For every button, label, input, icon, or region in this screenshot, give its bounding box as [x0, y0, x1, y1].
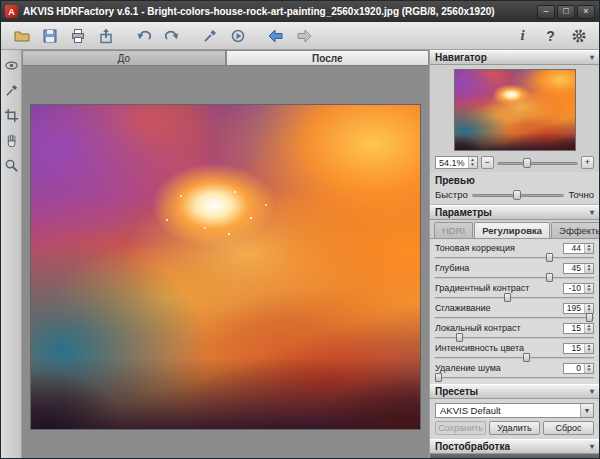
crop-tool[interactable]: [2, 106, 20, 124]
eyedropper-side-tool[interactable]: [2, 81, 20, 99]
navigator-header[interactable]: Навигатор ▾: [430, 50, 599, 65]
window-controls: – □ ×: [537, 5, 595, 19]
spinner-arrows-icon[interactable]: ▲▼: [584, 304, 593, 313]
zoom-in-button[interactable]: +: [581, 156, 594, 169]
spinner-arrows-icon[interactable]: ▲▼: [584, 344, 593, 353]
preset-reset-button[interactable]: Сброс: [543, 421, 594, 435]
param-value-input[interactable]: 0▲▼: [563, 363, 594, 374]
next-image-button[interactable]: [291, 24, 316, 47]
tab-hdri[interactable]: HDRI: [434, 222, 473, 238]
preview-quality-slider[interactable]: [472, 188, 565, 200]
minimize-button[interactable]: –: [537, 5, 555, 19]
param-label: Сглаживание: [435, 303, 491, 313]
param-value-input[interactable]: 195▲▼: [563, 303, 594, 314]
zoom-slider[interactable]: [497, 156, 578, 169]
slider-handle[interactable]: [546, 273, 553, 282]
open-folder-icon: [14, 28, 30, 44]
preset-save-button[interactable]: Сохранить: [435, 421, 486, 435]
slider-handle[interactable]: [435, 373, 442, 382]
param-slider[interactable]: [435, 255, 594, 261]
previous-image-button[interactable]: [263, 24, 288, 47]
spinner-arrows-icon[interactable]: ▲▼: [584, 244, 593, 253]
parameters-header[interactable]: Параметры ▾: [430, 205, 599, 220]
open-image-button[interactable]: [9, 24, 34, 47]
preview-accurate-label: Точно: [568, 189, 594, 200]
presets-header[interactable]: Пресеты ▾: [430, 384, 599, 399]
param-row-smoothing: Сглаживание 195▲▼: [435, 302, 594, 321]
navigator-thumbnail-wrap: [430, 65, 599, 155]
save-image-button[interactable]: [37, 24, 62, 47]
slider-handle[interactable]: [523, 353, 530, 362]
collapse-arrow-icon[interactable]: ▾: [590, 208, 594, 217]
settings-button[interactable]: [566, 24, 591, 47]
collapse-arrow-icon[interactable]: ▾: [590, 442, 594, 451]
share-button[interactable]: [93, 24, 118, 47]
param-slider[interactable]: [435, 335, 594, 341]
help-button[interactable]: ?: [538, 24, 563, 47]
collapse-arrow-icon[interactable]: ▾: [590, 387, 594, 396]
eyedropper-icon: [202, 28, 218, 44]
slider-handle[interactable]: [456, 333, 463, 342]
undo-button[interactable]: [131, 24, 156, 47]
preview-slider-handle[interactable]: [513, 190, 521, 200]
tab-before[interactable]: До: [22, 50, 226, 65]
preview-slider-row: Быстро Точно: [435, 188, 594, 200]
slider-handle[interactable]: [586, 313, 593, 322]
chevron-down-icon[interactable]: ▼: [580, 404, 593, 417]
navigator-title: Навигатор: [435, 52, 487, 63]
param-slider[interactable]: [435, 275, 594, 281]
param-row-depth: Глубина 45▲▼: [435, 262, 594, 281]
eye-icon: [4, 58, 19, 73]
tab-after[interactable]: После: [226, 50, 430, 65]
about-button[interactable]: i: [510, 24, 535, 47]
parameters-title: Параметры: [435, 207, 492, 218]
preset-delete-button[interactable]: Удалить: [489, 421, 540, 435]
canvas-area: До После: [22, 50, 429, 458]
spinner-arrows-icon[interactable]: ▲▼: [584, 284, 593, 293]
navigator-thumbnail[interactable]: [454, 69, 576, 151]
tab-effects[interactable]: Эффекты: [551, 222, 599, 238]
slider-handle[interactable]: [504, 293, 511, 302]
param-value-input[interactable]: 44▲▼: [563, 243, 594, 254]
spinner-arrows-icon[interactable]: ▲▼: [584, 364, 593, 373]
preview-window-tool[interactable]: [2, 56, 20, 74]
zoom-out-button[interactable]: −: [481, 156, 494, 169]
postprocessing-header[interactable]: Постобработка ▾: [430, 439, 599, 454]
spinner-arrows-icon[interactable]: ▲▼: [584, 264, 593, 273]
parameters-tabs: HDRI Регулировка Эффекты: [430, 220, 599, 238]
param-slider[interactable]: [435, 315, 594, 321]
eyedropper-tool-button[interactable]: [197, 24, 222, 47]
zoom-slider-handle[interactable]: [523, 158, 531, 168]
param-slider[interactable]: [435, 355, 594, 361]
preset-dropdown[interactable]: AKVIS Default ▼: [435, 403, 594, 418]
back-arrow-icon: [268, 28, 284, 44]
spinner-arrows-icon[interactable]: ▲▼: [468, 157, 477, 168]
toolbar: i ?: [1, 22, 599, 50]
process-button[interactable]: [225, 24, 250, 47]
toolbar-separator: [121, 22, 128, 49]
zoom-tool[interactable]: [2, 156, 20, 174]
parameters-body: Тоновая коррекция 44▲▼ Глубина 45▲▼ Град…: [430, 238, 599, 384]
param-value-input[interactable]: 45▲▼: [563, 263, 594, 274]
zoom-value-input[interactable]: 54.1% ▲▼: [435, 156, 478, 169]
tab-adjustment[interactable]: Регулировка: [474, 222, 550, 238]
image-workspace[interactable]: [22, 66, 429, 458]
param-label: Градиентный контраст: [435, 283, 530, 293]
param-value-input[interactable]: 15▲▼: [563, 343, 594, 354]
param-value-input[interactable]: 15▲▼: [563, 323, 594, 334]
print-button[interactable]: [65, 24, 90, 47]
spinner-arrows-icon[interactable]: ▲▼: [584, 324, 593, 333]
close-button[interactable]: ×: [577, 5, 595, 19]
param-value-input[interactable]: -10▲▼: [563, 283, 594, 294]
edited-image[interactable]: [30, 104, 421, 430]
param-slider[interactable]: [435, 375, 594, 381]
param-slider[interactable]: [435, 295, 594, 301]
maximize-button[interactable]: □: [557, 5, 575, 19]
slider-handle[interactable]: [546, 253, 553, 262]
collapse-arrow-icon[interactable]: ▾: [590, 53, 594, 62]
info-icon: i: [520, 27, 524, 44]
zoom-slider-track[interactable]: [497, 162, 578, 165]
hand-pan-tool[interactable]: [2, 131, 20, 149]
redo-button[interactable]: [159, 24, 184, 47]
zoom-value[interactable]: 54.1%: [436, 157, 468, 168]
